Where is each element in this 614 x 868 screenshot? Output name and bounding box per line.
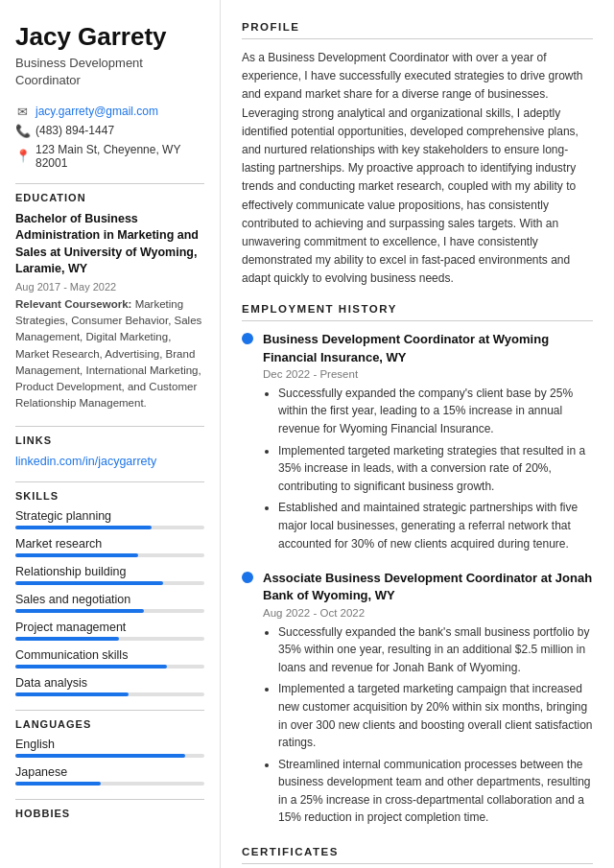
contact-email[interactable]: ✉ jacy.garrety@gmail.com <box>15 105 204 119</box>
main-content: PROFILE As a Business Development Coordi… <box>221 0 614 868</box>
phone-icon: 📞 <box>15 124 29 138</box>
languages-heading: LANGUAGES <box>15 718 204 730</box>
skill-market-research: Market research <box>15 537 204 557</box>
education-coursework: Relevant Coursework: Marketing Strategie… <box>15 296 204 412</box>
job-2-title: Associate Business Development Coordinat… <box>263 570 593 604</box>
skill-bar-bg <box>15 526 204 529</box>
employment-heading: EMPLOYMENT HISTORY <box>242 303 593 315</box>
links-heading: LINKS <box>15 434 204 446</box>
contact-address: 📍 123 Main St, Cheyenne, WY 82001 <box>15 143 204 170</box>
employment-section: Business Development Coordinator at Wyom… <box>242 331 593 831</box>
skill-communication: Communication skills <box>15 648 204 669</box>
hobbies-divider <box>15 799 204 800</box>
profile-heading: PROFILE <box>242 21 593 33</box>
skill-strategic-planning: Strategic planning <box>15 509 204 529</box>
links-divider <box>15 426 204 427</box>
language-english: English <box>15 738 204 758</box>
skill-sales-negotiation: Sales and negotiation <box>15 593 204 613</box>
languages-divider <box>15 710 204 711</box>
job-1-title: Business Development Coordinator at Wyom… <box>263 331 593 365</box>
education-degree: Bachelor of Business Administration in M… <box>15 211 204 278</box>
certificates-divider <box>242 863 593 864</box>
email-icon: ✉ <box>15 105 29 119</box>
job-1-bullet-2: Implemented targeted marketing strategie… <box>278 442 593 496</box>
hobbies-heading: HOBBIES <box>15 808 204 819</box>
candidate-name: Jacy Garrety <box>15 23 204 51</box>
profile-text: As a Business Development Coordinator wi… <box>242 49 593 288</box>
contact-phone: 📞 (483) 894-1447 <box>15 124 204 138</box>
job-1-bullet-3: Established and maintained strategic par… <box>278 499 593 552</box>
profile-divider <box>242 38 593 39</box>
skill-bar-fill <box>15 526 152 529</box>
skill-relationship-building: Relationship building <box>15 565 204 585</box>
job-1-bullet-1: Successfully expanded the company's clie… <box>278 385 593 438</box>
job-1-bullets: Successfully expanded the company's clie… <box>263 385 593 552</box>
job-dot-1 <box>242 333 253 344</box>
education-date: Aug 2017 - May 2022 <box>15 281 204 293</box>
skill-data-analysis: Data analysis <box>15 676 204 696</box>
education-heading: EDUCATION <box>15 192 204 203</box>
job-2-bullets: Successfully expanded the bank's small b… <box>263 623 593 828</box>
skill-project-management: Project management <box>15 621 204 641</box>
certificates-heading: CERTIFICATES <box>242 846 593 857</box>
employment-divider <box>242 320 593 321</box>
job-2: Associate Business Development Coordinat… <box>242 570 593 831</box>
language-japanese: Japanese <box>15 765 204 786</box>
linkedin-link[interactable]: linkedin.com/in/jacygarrety <box>15 454 204 468</box>
job-2-date: Aug 2022 - Oct 2022 <box>263 607 593 619</box>
job-1: Business Development Coordinator at Wyom… <box>242 331 593 556</box>
job-2-bullet-3: Streamlined internal communication proce… <box>278 756 593 827</box>
candidate-title: Business DevelopmentCoordinator <box>15 55 204 89</box>
education-divider <box>15 183 204 184</box>
job-1-date: Dec 2022 - Present <box>263 368 593 380</box>
location-icon: 📍 <box>15 149 29 163</box>
sidebar: Jacy Garrety Business DevelopmentCoordin… <box>0 0 221 868</box>
skills-divider <box>15 481 204 482</box>
job-2-bullet-1: Successfully expanded the bank's small b… <box>278 623 593 677</box>
skills-heading: SKILLS <box>15 490 204 502</box>
job-2-bullet-2: Implemented a targeted marketing campaig… <box>278 680 593 751</box>
job-dot-2 <box>242 572 253 583</box>
